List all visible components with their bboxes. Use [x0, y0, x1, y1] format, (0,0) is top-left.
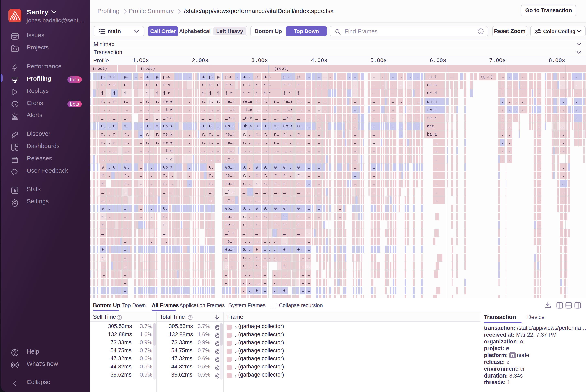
svg-text:?: ? [189, 316, 191, 319]
svg-text:?: ? [119, 316, 120, 319]
svg-text:i: i [480, 29, 481, 34]
